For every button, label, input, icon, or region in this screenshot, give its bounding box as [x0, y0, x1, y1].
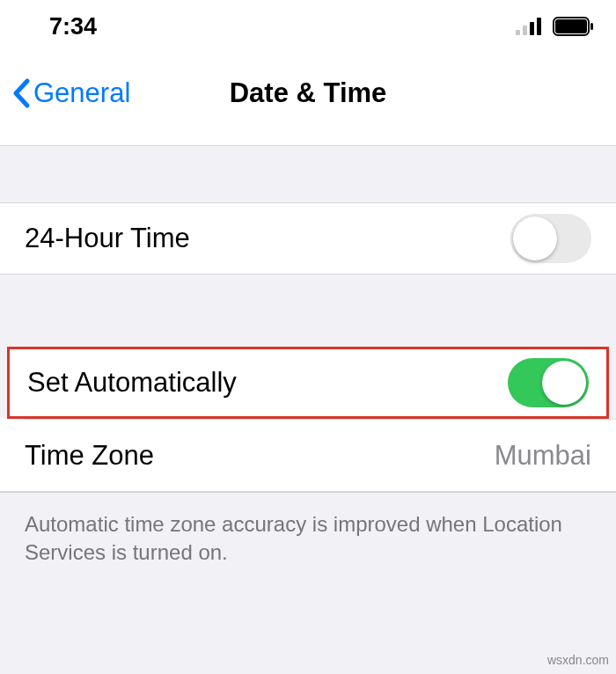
footer-text: Automatic time zone accuracy is improved… [0, 493, 616, 568]
svg-rect-3 [537, 18, 541, 35]
row-value: Mumbai [495, 440, 591, 472]
page-title: Date & Time [230, 77, 387, 109]
switch-knob [542, 361, 586, 405]
svg-rect-5 [555, 19, 587, 33]
svg-rect-0 [516, 30, 520, 35]
row-time-zone[interactable]: Time Zone Mumbai [0, 420, 616, 492]
svg-rect-6 [590, 23, 593, 30]
chevron-left-icon [11, 77, 32, 109]
row-label: Time Zone [25, 440, 154, 472]
battery-icon [553, 17, 595, 36]
row-24-hour-time[interactable]: 24-Hour Time [0, 202, 616, 275]
cell-group: Time Zone Mumbai [0, 419, 616, 493]
svg-rect-1 [523, 26, 527, 35]
cellular-icon [516, 18, 546, 35]
nav-bar: General Date & Time [0, 53, 616, 146]
switch-knob [513, 216, 557, 260]
highlight-box: Set Automatically [7, 347, 609, 419]
section-spacer [0, 146, 616, 202]
back-label: General [33, 77, 130, 109]
section-spacer [0, 275, 616, 347]
switch-set-automatically[interactable] [508, 358, 589, 407]
svg-rect-2 [530, 22, 534, 35]
back-button[interactable]: General [11, 77, 130, 109]
row-label: 24-Hour Time [25, 223, 190, 254]
status-indicators [516, 17, 595, 36]
row-label: Set Automatically [27, 367, 237, 399]
watermark: wsxdn.com [547, 653, 609, 667]
row-set-automatically[interactable]: Set Automatically [10, 349, 606, 416]
switch-24-hour[interactable] [510, 214, 591, 263]
status-bar: 7:34 [0, 0, 616, 53]
status-time: 7:34 [49, 13, 97, 40]
